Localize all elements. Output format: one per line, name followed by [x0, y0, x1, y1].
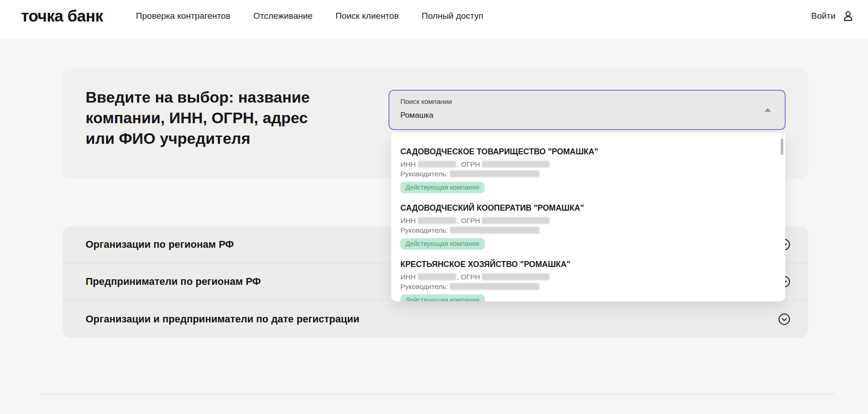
- search-result-item[interactable]: САДОВОДЧЕСКОЕ ТОВАРИЩЕСТВО "РОМАШКА" ИНН…: [400, 147, 767, 193]
- ogrn-redacted-value: [482, 217, 550, 224]
- inn-redacted-value: [418, 217, 456, 224]
- head-label: Руководитель:: [400, 283, 448, 290]
- company-name: КРЕСТЬЯНСКОЕ ХОЗЯЙСТВО "РОМАШКА": [400, 259, 767, 269]
- search-input-label: Поиск компании: [400, 98, 452, 105]
- nav-right: Войти: [811, 10, 854, 22]
- footer-divider: [40, 394, 835, 395]
- company-head: Руководитель:: [400, 169, 767, 179]
- status-badge: Действующая компания: [400, 182, 485, 193]
- ogrn-label: , ОГРН: [457, 160, 480, 168]
- nav-menu-item[interactable]: Проверка контрагентов: [136, 11, 231, 21]
- inn-label: ИНН: [400, 273, 416, 281]
- nav-menu-item[interactable]: Поиск клиентов: [335, 11, 399, 21]
- brand-logo[interactable]: точка банк: [21, 7, 103, 25]
- accordion-row-label: Предприниматели по регионам РФ: [86, 276, 261, 288]
- inn-redacted-value: [418, 161, 456, 168]
- company-name: САДОВОДЧЕСКОЕ ТОВАРИЩЕСТВО "РОМАШКА": [400, 147, 767, 157]
- company-ids: ИНН, ОГРН: [400, 272, 767, 282]
- ogrn-redacted-value: [482, 161, 550, 168]
- ogrn-label: , ОГРН: [457, 217, 480, 224]
- company-head: Руководитель:: [400, 282, 767, 291]
- ogrn-label: , ОГРН: [457, 273, 480, 281]
- user-icon[interactable]: [842, 10, 854, 22]
- inn-label: ИНН: [400, 160, 416, 168]
- search-results-list: САДОВОДЧЕСКОЕ ТОВАРИЩЕСТВО "РОМАШКА" ИНН…: [400, 147, 767, 301]
- page-title: Введите на выбор: название компании, ИНН…: [86, 87, 326, 149]
- nav-menu-item[interactable]: Отслеживание: [253, 11, 313, 21]
- ogrn-redacted-value: [482, 273, 550, 280]
- head-redacted-value: [450, 170, 539, 177]
- accordion-row-label: Организации по регионам РФ: [86, 239, 234, 251]
- company-name: САДОВОДЧЕСКИЙ КООПЕРАТИВ "РОМАШКА": [400, 203, 767, 213]
- inn-label: ИНН: [400, 217, 416, 224]
- accordion-row[interactable]: Организации и предприниматели по дате ре…: [63, 300, 808, 338]
- dropdown-scrollbar[interactable]: [781, 138, 783, 155]
- nav-menu-item[interactable]: Полный доступ: [422, 11, 484, 21]
- chevron-down-circle-icon[interactable]: [778, 313, 791, 326]
- head-label: Руководитель:: [400, 226, 448, 234]
- company-search-input[interactable]: Поиск компании Ромашка: [388, 90, 786, 130]
- top-navigation: точка банк Проверка контрагентов Отслежи…: [0, 0, 868, 39]
- head-redacted-value: [450, 227, 539, 234]
- search-input-value[interactable]: Ромашка: [400, 111, 433, 120]
- company-head: Руководитель:: [400, 225, 767, 235]
- head-label: Руководитель:: [400, 170, 448, 178]
- head-redacted-value: [450, 283, 539, 290]
- login-button[interactable]: Войти: [811, 11, 836, 21]
- search-result-item[interactable]: САДОВОДЧЕСКИЙ КООПЕРАТИВ "РОМАШКА" ИНН, …: [400, 203, 767, 250]
- company-ids: ИНН, ОГРН: [400, 159, 767, 169]
- company-ids: ИНН, ОГРН: [400, 216, 767, 225]
- search-results-dropdown: САДОВОДЧЕСКОЕ ТОВАРИЩЕСТВО "РОМАШКА" ИНН…: [391, 133, 785, 301]
- caret-up-icon[interactable]: [765, 108, 771, 112]
- accordion-row-label: Организации и предприниматели по дате ре…: [86, 313, 360, 325]
- nav-menu: Проверка контрагентов Отслеживание Поиск…: [136, 11, 483, 21]
- status-badge: Действующая компания: [400, 238, 485, 250]
- search-result-item[interactable]: КРЕСТЬЯНСКОЕ ХОЗЯЙСТВО "РОМАШКА" ИНН, ОГ…: [400, 259, 767, 301]
- inn-redacted-value: [418, 273, 456, 280]
- page: точка банк Проверка контрагентов Отслежи…: [0, 0, 868, 414]
- status-badge: Действующая компания: [400, 294, 485, 301]
